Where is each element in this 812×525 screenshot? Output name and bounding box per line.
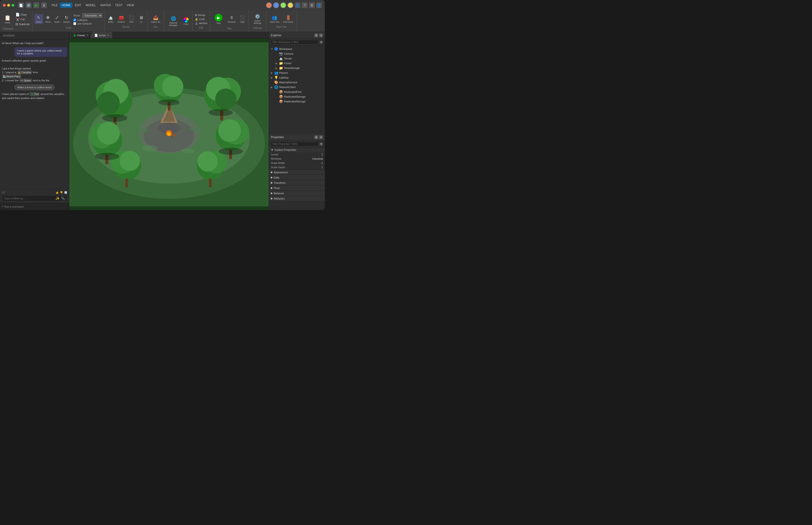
tempstorage-item[interactable]: ▶ 📁 TempStorage: [269, 65, 325, 70]
run-command-bar[interactable]: Run a command: [0, 203, 69, 210]
workspace-item[interactable]: ▼ 🔵 Workspace: [269, 46, 325, 51]
explorer-settings-icon[interactable]: ⚙: [314, 33, 318, 37]
part-tool[interactable]: ⬛ Part: [127, 14, 136, 24]
script-tab-close[interactable]: ✕: [107, 34, 110, 37]
scale-tool[interactable]: ⤢ Scale: [53, 14, 61, 24]
settings2-icon[interactable]: ⚙: [309, 2, 315, 8]
group-button[interactable]: ⊞ Group: [194, 13, 208, 17]
menu-home[interactable]: HOME: [60, 3, 72, 8]
color-tool[interactable]: Color: [182, 16, 190, 26]
forest-tab-close[interactable]: ✕: [86, 34, 89, 37]
data-header[interactable]: ▶ Data: [269, 175, 325, 180]
properties-filter-bar: ▼: [269, 141, 325, 148]
behavior-header[interactable]: ▶ Behavior: [269, 191, 325, 196]
menu-view[interactable]: TEST: [113, 3, 125, 8]
scaledepth-label: Scale Depth: [271, 166, 320, 169]
maximize-button[interactable]: [12, 4, 14, 7]
join-surfaces-label: Join Surfaces: [77, 22, 92, 25]
stop-button[interactable]: ⬛ Stop: [238, 14, 247, 24]
sparkle-icon[interactable]: ✨: [55, 196, 59, 200]
menu-file[interactable]: FILE: [50, 3, 59, 8]
resume-button[interactable]: ⏸ Resume: [226, 14, 237, 24]
copy-button[interactable]: 📄 Copy: [15, 12, 30, 17]
camera-item[interactable]: 📷 Camera: [269, 51, 325, 56]
properties-close-icon[interactable]: ✕: [319, 135, 323, 139]
properties-filter-input[interactable]: [271, 142, 319, 146]
workspace-arrow: ▼: [271, 48, 273, 50]
file-icon[interactable]: 📄: [18, 2, 24, 8]
explorer-filter-input[interactable]: [271, 40, 319, 44]
behavior-section: ▶ Behavior: [269, 191, 325, 196]
import3d-tool[interactable]: 📥 Import 3D: [149, 14, 162, 24]
chat-input[interactable]: [4, 197, 55, 200]
forest-item[interactable]: ▶ 📁 Forest: [269, 61, 325, 65]
move-tool[interactable]: ✥ Move: [44, 14, 52, 24]
networkclient-item[interactable]: ▶ 🌐 NetworkClient: [269, 85, 325, 89]
lighting-item[interactable]: ▶ 💡 Lighting: [269, 75, 325, 80]
menu-test[interactable]: AVATAR: [98, 3, 113, 8]
select-tool[interactable]: ↖ Select: [34, 14, 43, 24]
ui-tool[interactable]: 🖥 UI: [137, 14, 145, 24]
settings-icon[interactable]: ⚙️: [26, 2, 31, 8]
mode-select[interactable]: Geometric: [82, 13, 102, 18]
lock-button[interactable]: 🔒 Lock: [194, 17, 208, 21]
duplicate-button[interactable]: ⧉ Duplicate: [15, 22, 30, 27]
appearance-header[interactable]: ▶ Appearance: [269, 170, 325, 175]
title-bar-right: 👤 ? ⚙ 👤: [266, 2, 322, 8]
replicatedstorage1-item[interactable]: 📦 ReplicatedStorage: [269, 94, 325, 99]
pivot-header[interactable]: ▶ Pivot: [269, 185, 325, 191]
windows-value: Industrial: [312, 157, 323, 160]
terrain-item[interactable]: 🏔️ Terrain: [269, 56, 325, 61]
chat-area: Hi there! What can I help you build? I w…: [0, 39, 69, 189]
tab-forest[interactable]: 🌲 Forest ✕: [70, 32, 91, 39]
material-manager-tool[interactable]: 🌐 Material Manager: [166, 15, 181, 27]
paste-button[interactable]: 📋 Paste: [3, 14, 12, 25]
materialservice-item[interactable]: 🎨 MaterialService: [269, 80, 325, 85]
people-icon[interactable]: 👤: [295, 2, 301, 8]
traffic-lights: [3, 4, 14, 7]
suggestion-button[interactable]: Make a forest to collect wood: [14, 85, 55, 90]
editor-tool[interactable]: 🏔️ Editor: [106, 14, 115, 24]
rotate-tool[interactable]: ↻ Rotate: [62, 14, 71, 24]
menu-model[interactable]: EDIT: [73, 3, 83, 8]
anchor-button[interactable]: ⚓ Anchor: [194, 21, 208, 25]
transform-header[interactable]: ▶ Transform: [269, 180, 325, 185]
svg-point-49: [140, 129, 150, 133]
close-button[interactable]: [3, 4, 6, 7]
properties-settings-icon[interactable]: ⚙: [314, 135, 318, 139]
viewport[interactable]: [69, 39, 269, 210]
help-icon[interactable]: ?: [302, 2, 308, 8]
tab-script[interactable]: 📄 Script ✕: [92, 32, 112, 39]
custom-properties-header[interactable]: ▼ Custom Properties: [269, 148, 325, 152]
terrain-group: 🏔️ Editor 🧰 Toolbox ⬛ Part 🖥 UI Terrain: [105, 11, 148, 32]
thumbs-up-icon[interactable]: 👍: [56, 191, 59, 194]
custom-properties-arrow: ▼: [271, 148, 274, 151]
pause-icon[interactable]: ⏸: [41, 2, 47, 8]
menu-plugin[interactable]: VIEW: [125, 3, 136, 8]
replicatedfirst-item[interactable]: 📦 ReplicatedFirst: [269, 89, 325, 94]
test-label: Test: [227, 27, 231, 30]
attach-icon[interactable]: 📎: [61, 196, 65, 200]
players-label: Players: [279, 71, 288, 74]
exit-game-button[interactable]: 🚪 Exit Game: [282, 14, 295, 24]
players-item[interactable]: ▶ 👥 Players: [269, 70, 325, 75]
thumbs-down-icon[interactable]: 👎: [60, 191, 63, 194]
attributes-header[interactable]: ▶ Attributes: [269, 196, 325, 201]
game-settings-button[interactable]: ⚙️ Game Settings: [251, 13, 264, 25]
play-button[interactable]: ▶ Play: [212, 12, 225, 26]
networkclient-arrow: ▶: [271, 86, 273, 89]
team-test-button[interactable]: 👥 Team Test: [268, 14, 281, 24]
refresh-icon[interactable]: 🔄: [64, 191, 67, 194]
replicatedstorage2-item[interactable]: 📦 ReplicatedStorage: [269, 99, 325, 104]
profile-icon[interactable]: 👤: [316, 2, 322, 8]
toolbox-tool[interactable]: 🧰 Toolbox: [116, 14, 126, 24]
properties-filter-dropdown[interactable]: ▼: [320, 142, 323, 146]
play-small-icon[interactable]: ▶: [33, 2, 39, 8]
collisions-checkbox[interactable]: [73, 19, 76, 21]
join-surfaces-checkbox[interactable]: [73, 22, 76, 25]
explorer-filter-dropdown[interactable]: ▼: [320, 41, 323, 44]
cut-button[interactable]: ✂️ Cut: [15, 17, 30, 21]
explorer-close-icon[interactable]: ✕: [319, 33, 323, 37]
minimize-button[interactable]: [7, 4, 10, 7]
menu-avatar[interactable]: MODEL: [84, 3, 98, 8]
